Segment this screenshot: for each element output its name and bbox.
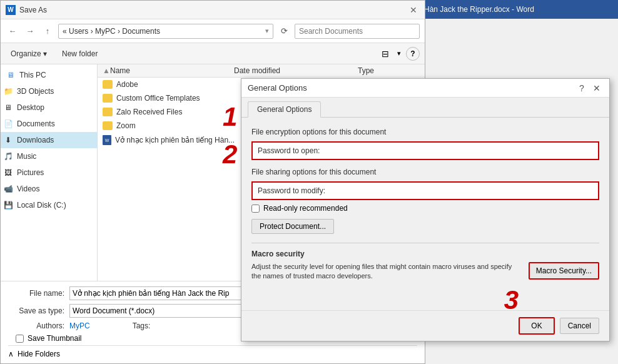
hide-folders-row[interactable]: ∧ Hide Folders	[8, 345, 417, 358]
general-options-dialog: General Options ? ✕ General Options File…	[241, 78, 610, 341]
saveas-close-button[interactable]: ✕	[407, 4, 420, 16]
thumbnail-label: Save Thumbnail	[28, 334, 82, 343]
sidebar-item-videos[interactable]: 📹 Videos	[1, 181, 97, 197]
protect-document-section: Protect Document...	[251, 219, 599, 234]
macro-section: Macro security Adjust the security level…	[251, 243, 599, 281]
documents-icon: 📄	[3, 119, 13, 129]
view-button[interactable]: ⊟	[378, 47, 392, 61]
sidebar-label-downloads: Downloads	[17, 136, 54, 144]
saveas-titlebar-left: W Save As	[6, 5, 47, 15]
macro-security-button[interactable]: Macro Security...	[529, 262, 599, 280]
col-date-header[interactable]: Date modified	[234, 66, 358, 75]
file-name: Zalo Received Files	[116, 108, 182, 116]
folder-icon	[103, 121, 113, 130]
sidebar-item-documents[interactable]: 📄 Documents	[1, 116, 97, 132]
password-open-input[interactable]	[325, 143, 598, 159]
sidebar-item-music[interactable]: 🎵 Music	[1, 148, 97, 164]
step-number-3: 3	[504, 285, 519, 315]
sidebar-label-music: Music	[17, 152, 36, 161]
authors-label: Authors:	[8, 321, 64, 330]
sidebar-label-documents: Documents	[17, 119, 55, 128]
col-name-header[interactable]: Name	[110, 66, 234, 75]
folder-icon	[103, 94, 113, 103]
saveas-title: Save As	[19, 6, 47, 14]
password-modify-label: Password to modify:	[253, 186, 330, 195]
authors-value[interactable]: MyPC	[69, 321, 90, 330]
sidebar-item-downloads[interactable]: ⬇ Downloads	[1, 132, 97, 148]
folder-icon	[103, 80, 113, 89]
disk-icon: 💾	[3, 200, 13, 210]
password-open-row: Password to open:	[253, 143, 598, 159]
tab-general-options[interactable]: General Options	[248, 101, 321, 118]
sidebar-item-pictures[interactable]: 🖼 Pictures	[1, 164, 97, 181]
file-name: Vở nhạc kịch phiên bản tiếng Hàn...	[115, 136, 235, 144]
password-modify-row: Password to modify:	[253, 183, 598, 199]
thumbnail-checkbox[interactable]	[16, 335, 24, 343]
tab-general-options-label: General Options	[257, 105, 312, 114]
sidebar-item-3dobjects[interactable]: 📁 3D Objects	[1, 83, 97, 99]
readonly-label: Read-only recommended	[263, 204, 348, 213]
back-button[interactable]: ←	[6, 24, 19, 38]
folder-3d-icon: 📁	[3, 86, 13, 96]
help-button[interactable]: ?	[406, 47, 420, 61]
sidebar: 🖥 This PC 📁 3D Objects 🖥 Desktop 📄 Docum…	[1, 64, 98, 281]
refresh-button[interactable]: ⟳	[277, 24, 291, 38]
videos-icon: 📹	[3, 184, 13, 194]
macro-description: Adjust the security level for opening fi…	[251, 262, 522, 281]
filename-label: File name:	[8, 289, 64, 298]
view-dropdown[interactable]: ▾	[397, 49, 401, 58]
breadcrumb-dropdown[interactable]: ▾	[265, 27, 269, 35]
pictures-icon: 🖼	[3, 168, 13, 178]
desktop-icon: 🖥	[3, 103, 13, 113]
sidebar-item-localdisk[interactable]: 💾 Local Disk (C:)	[1, 197, 97, 213]
organize-button[interactable]: Organize ▾	[6, 48, 52, 60]
sidebar-label-pictures: Pictures	[17, 168, 44, 177]
sidebar-label-desktop: Desktop	[17, 103, 44, 112]
saveas-titlebar: W Save As ✕	[1, 1, 425, 19]
dialog-body: File encryption options for this documen…	[241, 118, 609, 291]
password-open-wrapper: Password to open:	[251, 141, 599, 160]
address-bar: ← → ↑ « Users › MyPC › Documents ▾ ⟳	[1, 19, 425, 43]
col-type-header[interactable]: Type	[358, 66, 420, 75]
search-input[interactable]	[295, 24, 420, 39]
word-title: Hàn Jack the Ripper.docx - Word	[424, 5, 534, 14]
savetype-label: Save as type:	[8, 306, 64, 315]
step-number-1: 1	[223, 102, 237, 132]
file-encryption-section-title: File encryption options for this documen…	[251, 128, 599, 136]
sidebar-label-3dobjects: 3D Objects	[17, 87, 54, 96]
music-icon: 🎵	[3, 151, 13, 161]
folder-icon	[103, 108, 113, 116]
dialog-footer: OK Cancel	[241, 310, 609, 341]
forward-button[interactable]: →	[23, 24, 37, 38]
word-icon: W	[6, 5, 16, 15]
word-titlebar: Hàn Jack the Ripper.docx - Word	[418, 0, 618, 19]
file-list-header: ▲ Name Date modified Type	[98, 64, 425, 78]
password-open-label: Password to open:	[253, 146, 325, 155]
up-button[interactable]: ↑	[41, 24, 54, 38]
readonly-checkbox[interactable]	[251, 205, 260, 213]
password-modify-wrapper: Password to modify:	[251, 181, 599, 200]
organize-label: Organize ▾	[11, 49, 47, 58]
dialog-title: General Options	[248, 83, 307, 93]
breadcrumb[interactable]: « Users › MyPC › Documents ▾	[58, 24, 273, 39]
breadcrumb-text: « Users › MyPC › Documents	[63, 27, 160, 36]
cancel-button[interactable]: Cancel	[560, 318, 599, 334]
dialog-close-button[interactable]: ✕	[590, 82, 603, 94]
sidebar-item-thispc[interactable]: 🖥 This PC	[1, 67, 97, 83]
password-modify-input[interactable]	[330, 183, 598, 199]
dialog-help-button[interactable]: ?	[575, 82, 588, 94]
sidebar-label-videos: Videos	[17, 185, 39, 193]
word-file-icon: W	[103, 135, 111, 145]
file-name: Adobe	[116, 80, 138, 89]
hide-folders-label: Hide Folders	[18, 350, 60, 358]
sidebar-label-localdisk: Local Disk (C:)	[17, 201, 66, 210]
step-number-2: 2	[223, 139, 237, 169]
dialog-title-buttons: ? ✕	[575, 82, 603, 94]
file-name: Zoom	[116, 121, 136, 130]
collapse-arrow: ▲	[103, 66, 110, 75]
sidebar-item-desktop[interactable]: 🖥 Desktop	[1, 99, 97, 116]
new-folder-button[interactable]: New folder	[57, 48, 103, 60]
protect-document-button[interactable]: Protect Document...	[251, 219, 334, 234]
hide-folders-arrow: ∧	[8, 350, 14, 358]
ok-button[interactable]: OK	[519, 317, 554, 335]
